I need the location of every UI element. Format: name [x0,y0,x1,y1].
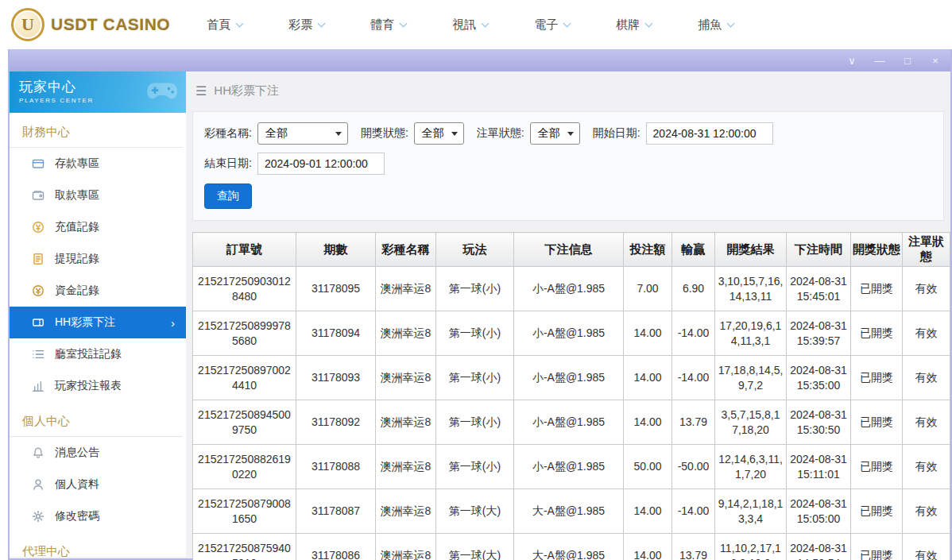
table-cell: 2152172509030128480 [193,267,296,311]
sidebar-item-label: HH彩票下注 [55,315,115,330]
window-minimize-button[interactable]: — [874,56,885,66]
deposit-icon [32,157,45,170]
menu-icon[interactable]: ☰ [195,83,207,98]
table-cell: 有效 [903,356,950,400]
column-header-1: 期數 [296,233,376,267]
table-cell: 7.00 [624,267,672,311]
table-cell: 13.79 [672,534,715,560]
start-date-label: 開始日期: [593,126,640,141]
table-cell: 第一球(小) [436,400,514,445]
table-cell: 有效 [903,445,950,489]
sidebar-item-player-bet-report[interactable]: 玩家投注報表 [10,370,186,402]
chevron-down-icon [318,19,326,27]
sidebar-item-deposit[interactable]: 存款專區 [10,148,186,180]
sidebar-item-withdraw[interactable]: 取款專區 [10,180,186,211]
table-cell: 2024-08-31 15:11:01 [787,445,851,489]
table-cell: 14.00 [624,356,672,400]
bet-status-select[interactable]: 全部 [530,122,580,145]
bet-status-selected-value: 全部 [538,126,560,139]
logo-text: USDT CASINO [51,15,170,34]
sidebar: 玩家中心 PLAYERS CENTER 財務中心存款專區取款專區充值記錄提現記錄… [10,71,186,557]
withdraw-record-icon [32,253,45,265]
table-cell: 有效 [903,267,950,311]
table-cell: 2024-08-31 15:45:01 [787,267,851,311]
column-header-0: 訂單號 [193,233,296,267]
table-cell: 31178086 [296,534,376,560]
table-cell: 澳洲幸运8 [376,356,436,400]
table-row: 215217250899978568031178094澳洲幸运8第一球(小)小-… [193,311,950,356]
column-header-10: 注單狀態 [903,233,950,267]
draw-status-selected-value: 全部 [422,126,444,139]
player-report-icon [32,380,45,392]
chevron-down-icon [482,19,490,27]
table-cell: 2152172508970024410 [193,356,296,400]
table-cell: 第一球(大) [436,489,514,534]
chevron-down-icon: ∨ [848,55,856,67]
table-cell: 2152172508790081650 [193,489,296,534]
window-collapse-button[interactable]: ∨ [846,56,857,66]
lottery-filter-group: 彩種名稱: 全部 [204,122,348,145]
sidebar-item-recharge-record[interactable]: 充值記錄 [10,211,186,243]
table-cell: -14.00 [672,489,715,534]
announcement-icon [32,446,45,459]
sidebar-item-withdraw-record[interactable]: 提現記錄 [10,243,186,275]
sidebar-item-hall-bet-records[interactable]: 廳室投註記錄 [10,338,186,370]
table-cell: 已開獎 [851,356,903,400]
nav-item-label: 彩票 [288,17,312,33]
page: U USDT CASINO 首頁彩票體育視訊電子棋牌捕魚 ∨—□× 玩家中心 P… [0,0,952,49]
table-cell: 31178093 [296,356,376,400]
table-cell: 17,18,8,14,5,9,7,2 [715,356,787,400]
filter-button-row: 查詢 [204,183,932,209]
chevron-down-icon [236,19,244,27]
filter-panel: 彩種名稱: 全部 開獎狀態: 全部 注單狀態: [192,111,944,221]
top-nav-item-0[interactable]: 首頁 [207,17,242,33]
table-cell: 2152172508945009750 [193,400,296,445]
search-button[interactable]: 查詢 [204,183,252,209]
sidebar-item-change-password[interactable]: 修改密碼 [10,500,186,532]
start-date-input[interactable] [646,122,773,145]
table-cell: 14.00 [624,534,672,560]
table-cell: 2152172508999785680 [193,311,296,356]
table-cell: 2024-08-31 15:35:00 [787,356,851,400]
sidebar-item-hh-lottery-bets[interactable]: HH彩票下注› [10,307,186,338]
sidebar-section-heading-0: 財務中心 [10,113,183,148]
nav-item-label: 棋牌 [616,17,640,33]
table-row: 215217250894500975031178092澳洲幸运8第一球(小)小-… [193,400,950,445]
sidebar-section-heading-1: 個人中心 [10,402,183,437]
sidebar-item-label: 資金記錄 [55,284,99,298]
table-cell: 小-A盤@1.985 [514,400,624,445]
withdraw-icon [32,189,45,202]
table-cell: 31178087 [296,489,376,534]
top-nav-item-3[interactable]: 視訊 [452,17,488,33]
end-date-input[interactable] [257,153,385,175]
table-cell: 已開獎 [851,489,903,534]
top-nav-item-6[interactable]: 捕魚 [698,17,733,33]
table-cell: 2024-08-31 15:30:50 [787,400,851,445]
table-cell: 14.00 [624,400,672,445]
sidebar-sections: 財務中心存款專區取款專區充值記錄提現記錄資金記錄HH彩票下注›廳室投註記錄玩家投… [10,113,186,557]
table-row: 215217250897002441031178093澳洲幸运8第一球(小)小-… [193,356,950,400]
lottery-name-select[interactable]: 全部 [257,122,348,145]
nav-item-label: 電子 [534,17,558,33]
password-icon [32,510,45,523]
draw-status-select[interactable]: 全部 [414,122,464,145]
top-nav-item-5[interactable]: 棋牌 [616,17,652,33]
sidebar-item-funds-record[interactable]: 資金記錄 [10,275,186,307]
draw-status-filter-group: 開獎狀態: 全部 [361,122,464,145]
table-cell: 31178094 [296,311,376,356]
window-maximize-button[interactable]: □ [902,56,913,66]
sidebar-item-label: 修改密碼 [55,509,99,523]
sidebar-item-profile[interactable]: 個人資料 [10,469,186,500]
sidebar-item-announcements[interactable]: 消息公告 [10,437,186,469]
draw-status-label: 開獎狀態: [361,126,408,141]
top-nav-item-4[interactable]: 電子 [534,17,570,33]
window-close-button[interactable]: × [930,56,941,66]
bet-status-label: 注單狀態: [477,126,524,141]
top-nav-item-2[interactable]: 體育 [370,17,406,33]
top-navigation-bar: U USDT CASINO 首頁彩票體育視訊電子棋牌捕魚 [0,0,952,49]
table-cell: 已開獎 [851,400,903,445]
table-cell: 2024-08-31 15:39:57 [787,311,851,356]
usdt-casino-logo[interactable]: U USDT CASINO [11,8,170,41]
table-cell: 第一球(小) [436,311,514,356]
top-nav-item-1[interactable]: 彩票 [288,17,324,33]
